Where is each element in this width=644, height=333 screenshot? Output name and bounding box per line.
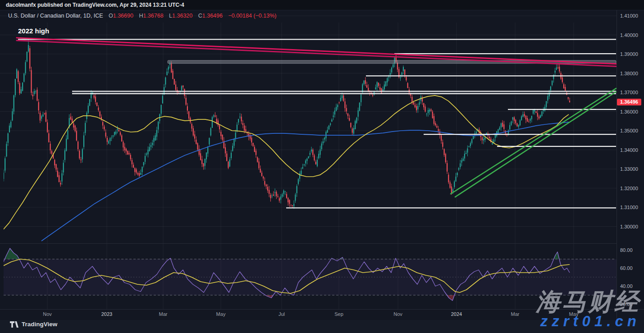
high-value: 1.36768	[143, 13, 163, 19]
price-axis[interactable]: 1.36496 1.410001.400001.390001.380001.37…	[617, 10, 644, 320]
price-tick-label: 1.41000	[620, 13, 638, 18]
time-tick-label: Jul	[272, 311, 292, 317]
levels-layer[interactable]	[18, 39, 616, 208]
candles-layer	[3, 39, 570, 209]
close-value: 1.36496	[202, 13, 223, 19]
close-label: C	[198, 13, 202, 19]
open-value: 1.36690	[113, 13, 133, 19]
price-tick-label: 1.36000	[620, 109, 638, 114]
price-tick-label: 1.37000	[620, 90, 638, 95]
time-tick-label: 2023	[97, 311, 117, 317]
time-tick-label: Nov	[388, 311, 408, 317]
rsi-pane	[2, 248, 617, 301]
time-tick-label: 2024	[447, 311, 466, 317]
tradingview-published-chart: dacolmanfx published on TradingView.com,…	[0, 0, 644, 333]
open-label: O	[109, 13, 113, 19]
tradingview-logo[interactable]: TradingView	[10, 321, 57, 328]
tradingview-logo-icon	[10, 321, 18, 328]
published-line: dacolmanfx published on TradingView.com,…	[6, 2, 184, 8]
time-tick-label: Sep	[329, 311, 349, 317]
price-tick-label: 1.38000	[620, 71, 638, 76]
change-value: −0.00184 (−0.13%)	[228, 13, 276, 19]
rsi-tick-label: 80.00	[620, 247, 633, 253]
price-tick-label: 1.30000	[620, 224, 638, 229]
time-axis[interactable]: Nov2023MarMayJulSepNov2024MarMay	[0, 309, 617, 320]
time-tick-label: Mar	[153, 311, 173, 317]
zones-layer[interactable]	[72, 60, 616, 94]
time-tick-label: Mar	[505, 311, 525, 317]
publish-header: dacolmanfx published on TradingView.com,…	[0, 0, 644, 10]
price-tick-label: 1.32000	[620, 186, 638, 191]
watermark-url-text: zzrt01.cn	[540, 313, 640, 330]
time-tick-label: May	[211, 311, 231, 317]
price-tick-label: 1.35000	[620, 128, 638, 133]
price-tick-label: 1.34000	[620, 147, 638, 153]
symbol-title: U.S. Dollar / Canadian Dollar, 1D, ICE	[8, 13, 103, 19]
rsi-tick-label: 60.00	[620, 265, 633, 271]
annotation-2022-high: 2022 high	[18, 27, 49, 35]
low-value: 1.36320	[172, 13, 192, 19]
time-tick-label: Nov	[37, 311, 57, 317]
price-tick-label: 1.33000	[620, 166, 638, 172]
price-tick-label: 1.39000	[620, 51, 638, 57]
tradingview-logo-text: TradingView	[22, 321, 57, 328]
price-tick-label: 1.31000	[620, 205, 638, 210]
chart-canvas[interactable]	[0, 0, 644, 333]
last-price-badge: 1.36496	[617, 99, 641, 105]
price-tick-label: 1.40000	[620, 32, 638, 38]
symbol-info-bar: U.S. Dollar / Canadian Dollar, 1D, ICE O…	[8, 13, 276, 19]
